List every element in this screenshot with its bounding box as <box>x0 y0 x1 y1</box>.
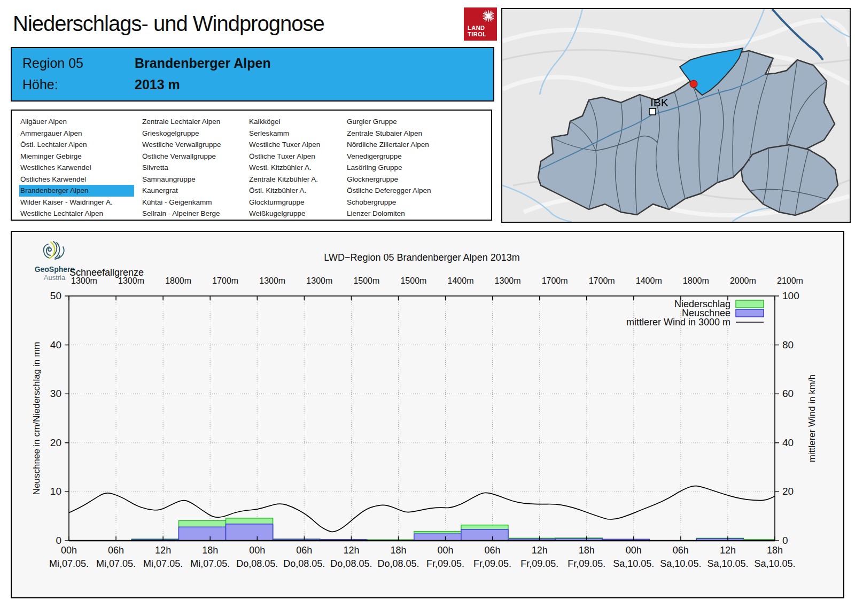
x-tick-hour-label: 18h <box>767 545 783 556</box>
region-list-item[interactable]: Östliche Deferegger Alpen <box>346 185 486 197</box>
region-list-item[interactable]: Lasörling Gruppe <box>346 162 486 174</box>
bar-neuschnee <box>178 527 226 541</box>
region-list-column: Zentrale Lechtaler AlpenGrieskogelgruppe… <box>141 116 248 220</box>
chart-title: LWD−Region 05 Brandenberger Alpen 2013m <box>324 252 519 263</box>
x-tick-date-label: Sa,10.05. <box>707 558 748 569</box>
region-list-item[interactable]: Sellrain - Alpeiner Berge <box>141 208 248 220</box>
y-left-tick-label: 50 <box>50 290 61 301</box>
legend-swatch-neuschnee <box>736 309 764 317</box>
bar-neuschnee <box>461 529 508 541</box>
region-list-item[interactable]: Samnaungruppe <box>141 174 248 185</box>
region-list-column: Gurgler GruppeZentrale Stubaier AlpenNör… <box>346 116 486 220</box>
y-right-tick-label: 40 <box>782 437 794 448</box>
region-list-item[interactable]: Zentrale Stubaier Alpen <box>346 128 486 139</box>
region-list-item[interactable]: Östliche Verwallgruppe <box>141 151 248 162</box>
x-tick-hour-label: 18h <box>390 545 406 556</box>
region-list-item[interactable]: Glockturmgruppe <box>248 197 346 208</box>
y-right-tick-label: 60 <box>782 388 794 399</box>
region-list-item[interactable]: Westl. Kitzbühler A. <box>248 162 346 174</box>
snowline-value: 2100m <box>777 276 803 285</box>
region-list-item[interactable]: Nördliche Zillertaler Alpen <box>346 139 486 151</box>
region-list-item[interactable]: Kaunergrat <box>141 185 248 197</box>
land-tirol-logo: LAND TIROL <box>464 7 497 41</box>
y-right-axis-title: mittlerer Wind in km/h <box>807 375 817 462</box>
y-right-tick-label: 20 <box>782 486 794 497</box>
region-list-item[interactable]: Silvretta <box>141 162 248 174</box>
region-list-item[interactable]: Zentrale Kitzbühler A. <box>248 174 346 185</box>
region-list-item[interactable]: Östl. Lechtaler Alpen <box>19 139 141 151</box>
snowline-value: 1300m <box>259 276 285 285</box>
elevation-value: 2013 m <box>135 77 180 92</box>
region-list-item[interactable]: Wilder Kaiser - Waidringer A. <box>19 197 141 208</box>
region-list-item[interactable]: Kalkkögel <box>248 116 346 128</box>
region-list-item[interactable]: Glocknergruppe <box>346 174 486 185</box>
x-tick-date-label: Do,08.05. <box>330 558 372 569</box>
x-tick-date-label: Do,08.05. <box>377 558 419 569</box>
region-list-item[interactable]: Westliche Tuxer Alpen <box>248 139 346 151</box>
snowline-value: 1400m <box>448 276 474 285</box>
region-list-item[interactable]: Lienzer Dolomiten <box>346 208 486 220</box>
region-list-item[interactable]: Grieskogelgruppe <box>141 128 248 139</box>
x-tick-date-label: Mi,07.05. <box>143 558 183 569</box>
x-tick-hour-label: 18h <box>202 545 218 556</box>
map-location-dot <box>690 80 697 88</box>
map-ibk-marker <box>649 108 656 115</box>
snowline-value: 1700m <box>212 276 238 285</box>
region-list-item-selected[interactable]: Brandenberger Alpen <box>19 185 134 197</box>
region-list-column: Allgäuer AlpenAmmergauer AlpenÖstl. Lech… <box>19 116 141 220</box>
x-tick-date-label: Fr,09.05. <box>473 558 511 569</box>
snowline-value: 1500m <box>353 276 379 285</box>
land-tirol-logo-line1: LAND <box>468 25 487 31</box>
region-list-item[interactable]: Serleskamm <box>248 128 346 139</box>
x-tick-date-label: Fr,09.05. <box>568 558 605 569</box>
snowline-value: 1300m <box>495 276 521 285</box>
region-list-item[interactable]: Östliche Tuxer Alpen <box>248 151 346 162</box>
snowline-value: 1300m <box>71 276 97 285</box>
region-list-item[interactable]: Westliche Verwallgruppe <box>141 139 248 151</box>
snowline-value: 1500m <box>400 276 426 285</box>
x-tick-date-label: Do,08.05. <box>236 558 278 569</box>
region-list-item[interactable]: Westliche Lechtaler Alpen <box>19 208 141 220</box>
x-tick-hour-label: 12h <box>720 545 736 556</box>
y-left-tick-label: 40 <box>50 339 61 350</box>
region-list-item[interactable]: Mieminger Gebirge <box>19 151 141 162</box>
region-list-item[interactable]: Kühtai - Geigenkamm <box>141 197 248 208</box>
x-tick-hour-label: 06h <box>296 545 312 556</box>
x-tick-hour-label: 18h <box>579 545 595 556</box>
x-tick-hour-label: 06h <box>108 545 124 556</box>
x-tick-date-label: Sa,10.05. <box>754 558 795 569</box>
x-tick-date-label: Fr,09.05. <box>520 558 558 569</box>
region-list-item[interactable]: Zentrale Lechtaler Alpen <box>141 116 248 128</box>
x-tick-hour-label: 12h <box>155 545 171 556</box>
x-tick-date-label: Mi,07.05. <box>49 558 89 569</box>
forecast-chart: 00hMi,07.05.06hMi,07.05.12hMi,07.05.18hM… <box>12 232 841 595</box>
tirol-region-map[interactable]: IBK <box>501 8 851 223</box>
x-tick-date-label: Do,08.05. <box>283 558 325 569</box>
bar-neuschnee <box>226 524 273 541</box>
region-list-item[interactable]: Östl. Kitzbühler A. <box>248 185 346 197</box>
y-right-tick-label: 80 <box>782 339 794 350</box>
region-list-item[interactable]: Venedigergruppe <box>346 151 486 162</box>
region-list-item[interactable]: Schobergruppe <box>346 197 486 208</box>
x-tick-hour-label: 00h <box>626 545 642 556</box>
region-list-item[interactable]: Ammergauer Alpen <box>19 128 141 139</box>
region-list-item[interactable]: Gurgler Gruppe <box>346 116 486 128</box>
bar-neuschnee <box>414 534 461 541</box>
x-tick-hour-label: 00h <box>61 545 77 556</box>
snowline-value: 1400m <box>636 276 662 285</box>
y-left-tick-label: 30 <box>50 388 61 399</box>
snowline-value: 1700m <box>542 276 568 285</box>
x-tick-hour-label: 12h <box>343 545 359 556</box>
region-list-item[interactable]: Weißkugelgruppe <box>248 208 346 220</box>
region-list-item[interactable]: Westliches Karwendel <box>19 162 141 174</box>
region-name-value: Brandenberger Alpen <box>135 56 271 71</box>
region-list-item[interactable]: Allgäuer Alpen <box>19 116 141 128</box>
snowline-value: 2000m <box>730 276 756 285</box>
x-tick-date-label: Sa,10.05. <box>660 558 701 569</box>
map-canvas: IBK <box>502 9 850 222</box>
region-list: Allgäuer AlpenAmmergauer AlpenÖstl. Lech… <box>11 110 492 221</box>
region-list-item[interactable]: Östliches Karwendel <box>19 174 141 185</box>
x-tick-date-label: Mi,07.05. <box>96 558 136 569</box>
y-left-tick-label: 20 <box>50 437 61 448</box>
elevation-label: Höhe: <box>22 77 135 92</box>
